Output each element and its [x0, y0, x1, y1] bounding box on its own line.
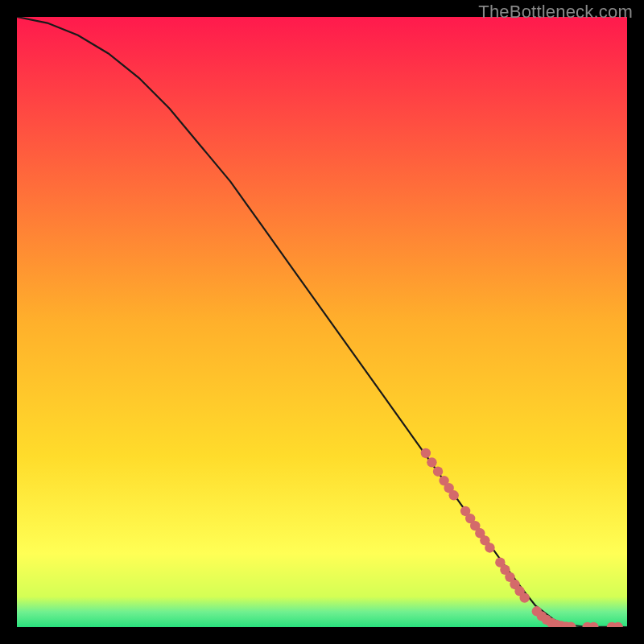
- gradient-background: [17, 17, 627, 627]
- data-dot: [427, 457, 436, 467]
- data-dot: [485, 543, 494, 552]
- plot-area: [17, 17, 627, 627]
- data-dot: [519, 592, 529, 602]
- data-dot: [433, 467, 443, 477]
- data-dot: [449, 490, 459, 500]
- chart-frame: TheBottleneck.com: [0, 0, 644, 644]
- attribution-text: TheBottleneck.com: [478, 2, 633, 23]
- data-dot: [421, 448, 431, 458]
- chart-svg: [17, 17, 627, 627]
